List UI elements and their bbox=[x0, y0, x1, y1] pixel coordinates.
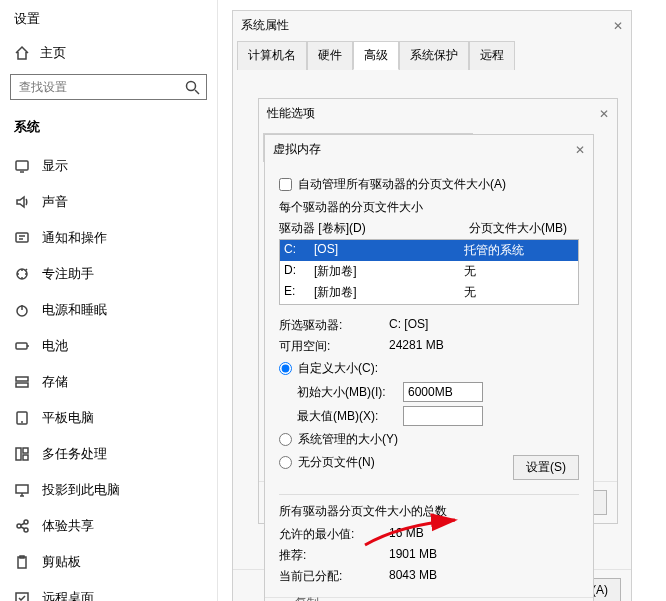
settings-system-heading: 系统 bbox=[10, 114, 207, 148]
recommended-value: 1901 MB bbox=[389, 547, 437, 564]
radio-none-input[interactable] bbox=[279, 456, 292, 469]
sidebar-item-remote[interactable]: 远程桌面 bbox=[10, 580, 207, 601]
svg-point-0 bbox=[187, 82, 196, 91]
sidebar-item-tablet[interactable]: 平板电脑 bbox=[10, 400, 207, 436]
sidebar-item-label: 平板电脑 bbox=[42, 409, 94, 427]
drive-row[interactable]: E:[新加卷]无 bbox=[280, 282, 578, 303]
settings-home[interactable]: 主页 bbox=[10, 38, 207, 74]
sidebar-item-label: 体验共享 bbox=[42, 517, 94, 535]
sidebar-item-label: 多任务处理 bbox=[42, 445, 107, 463]
search-icon bbox=[184, 79, 200, 95]
notify-icon bbox=[14, 230, 30, 246]
perfopts-title: 性能选项 bbox=[267, 105, 315, 122]
settings-home-label: 主页 bbox=[40, 44, 66, 62]
sidebar-item-label: 投影到此电脑 bbox=[42, 481, 120, 499]
close-icon[interactable]: ✕ bbox=[613, 19, 623, 33]
sidebar-item-focus[interactable]: 专注助手 bbox=[10, 256, 207, 292]
svg-rect-2 bbox=[16, 233, 28, 242]
max-size-input[interactable] bbox=[403, 406, 483, 426]
sidebar-item-label: 专注助手 bbox=[42, 265, 94, 283]
sidebar-item-share[interactable]: 体验共享 bbox=[10, 508, 207, 544]
home-icon bbox=[14, 45, 30, 61]
tab-0[interactable]: 计算机名 bbox=[237, 41, 307, 70]
svg-rect-11 bbox=[23, 455, 28, 460]
drive-list[interactable]: C:[OS]托管的系统D:[新加卷]无E:[新加卷]无 bbox=[279, 239, 579, 305]
max-size-label: 最大值(MB)(X): bbox=[297, 408, 397, 425]
sidebar-item-project[interactable]: 投影到此电脑 bbox=[10, 472, 207, 508]
sidebar-item-label: 存储 bbox=[42, 373, 68, 391]
radio-no-paging[interactable]: 无分页文件(N) bbox=[279, 451, 375, 474]
free-space-value: 24281 MB bbox=[389, 338, 444, 355]
svg-rect-5 bbox=[16, 343, 27, 349]
auto-manage-checkbox-row[interactable]: 自动管理所有驱动器的分页文件大小(A) bbox=[279, 172, 579, 199]
tab-4[interactable]: 远程 bbox=[469, 41, 515, 70]
sidebar-item-display[interactable]: 显示 bbox=[10, 148, 207, 184]
battery-icon bbox=[14, 338, 30, 354]
sidebar-item-label: 显示 bbox=[42, 157, 68, 175]
sidebar-item-power[interactable]: 电源和睡眠 bbox=[10, 292, 207, 328]
auto-manage-label: 自动管理所有驱动器的分页文件大小(A) bbox=[298, 176, 506, 193]
sysprops-tabs: 计算机名硬件高级系统保护远程 bbox=[233, 40, 631, 69]
focus-icon bbox=[14, 266, 30, 282]
radio-custom-size[interactable]: 自定义大小(C): bbox=[279, 357, 579, 380]
selected-drive-value: C: [OS] bbox=[389, 317, 428, 334]
sidebar-item-notify[interactable]: 通知和操作 bbox=[10, 220, 207, 256]
tablet-icon bbox=[14, 410, 30, 426]
sidebar-item-label: 远程桌面 bbox=[42, 589, 94, 601]
drive-row[interactable]: C:[OS]托管的系统 bbox=[280, 240, 578, 261]
min-allowed-value: 16 MB bbox=[389, 526, 424, 543]
radio-system-input[interactable] bbox=[279, 433, 292, 446]
display-icon bbox=[14, 158, 30, 174]
close-icon[interactable]: ✕ bbox=[575, 143, 585, 157]
sidebar-item-label: 电源和睡眠 bbox=[42, 301, 107, 319]
sidebar-item-multitask[interactable]: 多任务处理 bbox=[10, 436, 207, 472]
tab-3[interactable]: 系统保护 bbox=[399, 41, 469, 70]
sidebar-item-battery[interactable]: 电池 bbox=[10, 328, 207, 364]
svg-rect-7 bbox=[16, 383, 28, 387]
sidebar-item-label: 声音 bbox=[42, 193, 68, 211]
remote-icon bbox=[14, 590, 30, 601]
initial-size-label: 初始大小(MB)(I): bbox=[297, 384, 397, 401]
current-alloc-value: 8043 MB bbox=[389, 568, 437, 585]
settings-app-title: 设置 bbox=[10, 10, 207, 38]
sidebar-item-label: 通知和操作 bbox=[42, 229, 107, 247]
virtual-memory-dialog: 虚拟内存 ✕ 自动管理所有驱动器的分页文件大小(A) 每个驱动器的分页文件大小 … bbox=[264, 134, 594, 601]
radio-custom-input[interactable] bbox=[279, 362, 292, 375]
tab-2[interactable]: 高级 bbox=[353, 41, 399, 70]
sysprops-title: 系统属性 bbox=[241, 17, 289, 34]
drive-row[interactable]: D:[新加卷]无 bbox=[280, 261, 578, 282]
current-alloc-label: 当前已分配: bbox=[279, 568, 389, 585]
recommended-label: 推荐: bbox=[279, 547, 389, 564]
free-space-label: 可用空间: bbox=[279, 338, 389, 355]
search-input[interactable] bbox=[17, 79, 184, 95]
sidebar-item-label: 剪贴板 bbox=[42, 553, 81, 571]
svg-rect-9 bbox=[16, 448, 21, 460]
drive-list-header: 驱动器 [卷标](D) 分页文件大小(MB) bbox=[279, 218, 579, 239]
vmem-title: 虚拟内存 bbox=[273, 141, 321, 158]
svg-rect-1 bbox=[16, 161, 28, 170]
close-icon[interactable]: ✕ bbox=[599, 107, 609, 121]
power-icon bbox=[14, 302, 30, 318]
selected-drive-label: 所选驱动器: bbox=[279, 317, 389, 334]
initial-size-input[interactable] bbox=[403, 382, 483, 402]
sidebar-item-label: 电池 bbox=[42, 337, 68, 355]
project-icon bbox=[14, 482, 30, 498]
settings-panel: 设置 主页 系统 显示声音通知和操作专注助手电源和睡眠电池存储平板电脑多任务处理… bbox=[0, 0, 218, 601]
share-icon bbox=[14, 518, 30, 534]
min-allowed-label: 允许的最小值: bbox=[279, 526, 389, 543]
svg-rect-12 bbox=[16, 485, 28, 493]
auto-manage-checkbox[interactable] bbox=[279, 178, 292, 191]
svg-rect-6 bbox=[16, 377, 28, 381]
svg-rect-10 bbox=[23, 448, 28, 453]
settings-search[interactable] bbox=[10, 74, 207, 100]
set-button[interactable]: 设置(S) bbox=[513, 455, 579, 480]
totals-caption: 所有驱动器分页文件大小的总数 bbox=[279, 501, 579, 524]
copy-stub: 复制 bbox=[295, 595, 319, 601]
tab-1[interactable]: 硬件 bbox=[307, 41, 353, 70]
storage-icon bbox=[14, 374, 30, 390]
sidebar-item-clipboard[interactable]: 剪贴板 bbox=[10, 544, 207, 580]
per-drive-caption: 每个驱动器的分页文件大小 bbox=[279, 199, 579, 218]
sidebar-item-sound[interactable]: 声音 bbox=[10, 184, 207, 220]
sidebar-item-storage[interactable]: 存储 bbox=[10, 364, 207, 400]
radio-system-managed[interactable]: 系统管理的大小(Y) bbox=[279, 428, 579, 451]
